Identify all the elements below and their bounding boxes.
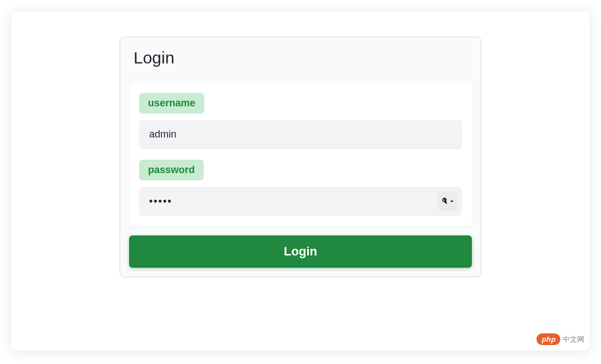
password-input[interactable]: [139, 187, 462, 215]
login-title: Login: [134, 48, 467, 67]
svg-point-1: [443, 199, 444, 200]
watermark: php 中文网: [536, 333, 584, 345]
chevron-down-icon: [450, 199, 454, 204]
login-header: Login: [120, 37, 481, 83]
username-input[interactable]: [139, 120, 462, 149]
username-label: username: [139, 93, 204, 114]
watermark-pill: php: [536, 333, 560, 345]
username-input-wrap: [139, 120, 462, 149]
password-group: password: [139, 160, 462, 215]
password-label: password: [139, 160, 204, 180]
login-form-card: username password: [129, 83, 472, 227]
password-key-button[interactable]: [437, 192, 457, 211]
watermark-text: 中文网: [563, 335, 584, 345]
login-panel: Login username password: [120, 37, 481, 277]
username-group: username: [139, 93, 462, 149]
login-button[interactable]: Login: [129, 235, 472, 268]
key-icon: [441, 198, 449, 205]
password-input-wrap: [139, 187, 462, 215]
app-window: Login username password: [11, 11, 590, 351]
